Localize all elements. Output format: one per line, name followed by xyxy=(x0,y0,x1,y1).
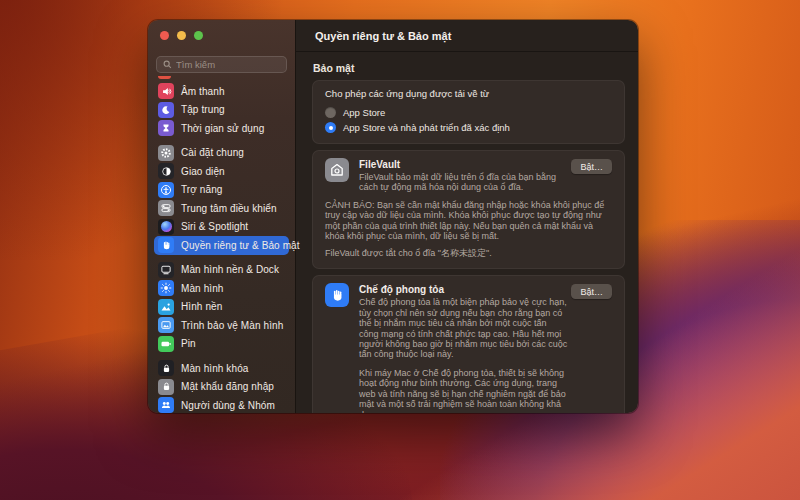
filevault-status: FileVault được tắt cho ổ đĩa "名称未設定". xyxy=(325,247,612,260)
accessibility-icon xyxy=(158,182,174,198)
radio-label: App Store xyxy=(343,107,385,118)
sidebar-item-label: Quyền riêng tư & Bảo mật xyxy=(181,240,300,251)
battery-icon xyxy=(158,336,174,352)
sidebar-item-accessibility[interactable]: Trợ năng xyxy=(154,181,289,200)
sidebar-item-control-center[interactable]: Trung tâm điều khiển xyxy=(154,199,289,218)
sidebar-item-battery[interactable]: Pin xyxy=(154,335,289,354)
partially-scrolled-item xyxy=(158,76,171,79)
sidebar-nav: Âm thanh Tập trung Thời gian sử dụng xyxy=(154,82,289,413)
search-field[interactable] xyxy=(156,56,287,73)
filevault-warning: CẢNH BÁO: Bạn sẽ cần mật khẩu đăng nhập … xyxy=(325,200,612,242)
filevault-icon xyxy=(325,158,349,182)
window-controls xyxy=(160,31,203,40)
lockdown-hand-icon xyxy=(325,283,349,307)
sidebar-item-label: Hình nền xyxy=(181,301,222,312)
wallpaper-icon xyxy=(158,299,174,315)
gear-icon xyxy=(158,145,174,161)
sidebar-item-displays[interactable]: Màn hình xyxy=(154,279,289,298)
sidebar-item-label: Tập trung xyxy=(181,104,225,115)
sidebar-item-focus[interactable]: Tập trung xyxy=(154,101,289,120)
minimize-button[interactable] xyxy=(177,31,186,40)
radio-option-app-store-identified[interactable]: App Store và nhà phát triển đã xác định xyxy=(325,120,612,135)
sidebar-item-sound[interactable]: Âm thanh xyxy=(154,82,289,101)
moon-icon xyxy=(158,102,174,118)
appearance-icon xyxy=(158,163,174,179)
sidebar-item-lock-screen[interactable]: Màn hình khóa xyxy=(154,359,289,378)
lockdown-description: Chế độ phong tỏa là một biện pháp bảo vệ… xyxy=(359,297,568,359)
lockdown-note: Khi máy Mac ở Chế độ phong tỏa, thiết bị… xyxy=(359,368,568,413)
hourglass-icon xyxy=(158,120,174,136)
search-input[interactable] xyxy=(176,59,280,70)
gatekeeper-label: Cho phép các ứng dụng được tải về từ xyxy=(325,88,612,99)
sidebar-item-label: Thời gian sử dụng xyxy=(181,123,264,134)
sidebar-item-label: Pin xyxy=(181,338,196,349)
radio-unselected-icon[interactable] xyxy=(325,107,336,118)
sidebar-item-login-password[interactable]: Mật khẩu đăng nhập xyxy=(154,378,289,397)
radio-option-app-store[interactable]: App Store xyxy=(325,105,612,120)
sidebar-item-label: Mật khẩu đăng nhập xyxy=(181,381,274,392)
sidebar-item-wallpaper[interactable]: Hình nền xyxy=(154,298,289,317)
zoom-button[interactable] xyxy=(194,31,203,40)
sidebar-item-label: Âm thanh xyxy=(181,86,225,97)
radio-selected-icon[interactable] xyxy=(325,122,336,133)
sidebar-group: Màn hình nền & Dock Màn hình Hình nền xyxy=(154,261,289,354)
filevault-card: FileVault FileVault bảo mật dữ liệu trên… xyxy=(312,150,625,269)
lockdown-title: Chế độ phong tỏa xyxy=(359,284,568,295)
sidebar-item-desktop-dock[interactable]: Màn hình nền & Dock xyxy=(154,261,289,280)
gatekeeper-card: Cho phép các ứng dụng được tải về từ App… xyxy=(312,80,625,144)
sidebar-item-label: Màn hình khóa xyxy=(181,363,248,374)
sidebar-item-screen-time[interactable]: Thời gian sử dụng xyxy=(154,119,289,138)
filevault-title: FileVault xyxy=(359,159,568,170)
hand-icon xyxy=(158,237,174,253)
sidebar-item-label: Màn hình xyxy=(181,283,224,294)
sidebar-item-label: Giao diện xyxy=(181,166,225,177)
content-scroll-area[interactable]: Bảo mật Cho phép các ứng dụng được tải v… xyxy=(296,52,638,413)
sidebar-item-general[interactable]: Cài đặt chung xyxy=(154,144,289,163)
sidebar-item-screen-saver[interactable]: Trình bảo vệ Màn hình xyxy=(154,316,289,335)
lockdown-enable-button[interactable]: Bật… xyxy=(571,284,612,299)
brightness-icon xyxy=(158,280,174,296)
search-icon xyxy=(163,60,172,69)
sidebar-item-label: Trợ năng xyxy=(181,184,222,195)
sidebar-item-appearance[interactable]: Giao diện xyxy=(154,162,289,181)
screensaver-icon xyxy=(158,317,174,333)
filevault-enable-button[interactable]: Bật… xyxy=(571,159,612,174)
lock-icon xyxy=(158,360,174,376)
siri-icon xyxy=(158,219,174,235)
password-lock-icon xyxy=(158,379,174,395)
sidebar-group: Màn hình khóa Mật khẩu đăng nhập Người d… xyxy=(154,359,289,413)
page-title: Quyền riêng tư & Bảo mật xyxy=(315,30,451,42)
sidebar-item-label: Siri & Spotlight xyxy=(181,221,248,232)
settings-content-pane: Quyền riêng tư & Bảo mật Bảo mật Cho phé… xyxy=(295,20,638,413)
control-center-icon xyxy=(158,200,174,216)
sidebar-item-label: Màn hình nền & Dock xyxy=(181,264,279,275)
sidebar-item-label: Trình bảo vệ Màn hình xyxy=(181,320,283,331)
content-titlebar: Quyền riêng tư & Bảo mật xyxy=(296,20,638,52)
sidebar-group: Cài đặt chung Giao diện Trợ năng xyxy=(154,144,289,255)
users-icon xyxy=(158,397,174,413)
sidebar-item-label: Trung tâm điều khiển xyxy=(181,203,277,214)
filevault-description: FileVault bảo mật dữ liệu trên ổ đĩa của… xyxy=(359,172,568,193)
close-button[interactable] xyxy=(160,31,169,40)
sidebar-item-users-groups[interactable]: Người dùng & Nhóm xyxy=(154,396,289,413)
lockdown-mode-card: Chế độ phong tỏa Chế độ phong tỏa là một… xyxy=(312,275,625,413)
system-settings-window: Âm thanh Tập trung Thời gian sử dụng xyxy=(148,20,638,413)
settings-sidebar: Âm thanh Tập trung Thời gian sử dụng xyxy=(148,20,295,413)
desktop-dock-icon xyxy=(158,262,174,278)
sidebar-item-siri-spotlight[interactable]: Siri & Spotlight xyxy=(154,218,289,237)
sidebar-item-label: Người dùng & Nhóm xyxy=(181,400,275,411)
sidebar-group: Âm thanh Tập trung Thời gian sử dụng xyxy=(154,82,289,138)
sidebar-item-label: Cài đặt chung xyxy=(181,147,244,158)
sidebar-item-privacy-security[interactable]: Quyền riêng tư & Bảo mật xyxy=(154,236,289,255)
radio-label: App Store và nhà phát triển đã xác định xyxy=(343,122,510,133)
speaker-icon xyxy=(158,83,174,99)
section-header-security: Bảo mật xyxy=(313,62,625,74)
